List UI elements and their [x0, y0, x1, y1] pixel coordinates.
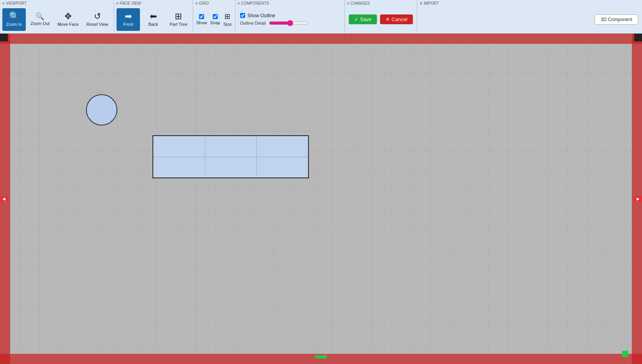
face-view-icon: ≡ [117, 1, 119, 5]
canvas-grid [0, 34, 642, 364]
part-tree-icon: ⊞ [175, 12, 182, 21]
rectangle-component[interactable] [152, 135, 309, 178]
outline-detail-slider[interactable] [269, 20, 308, 26]
show-outline-checkbox[interactable] [240, 13, 245, 18]
back-button[interactable]: ⬅ Back [142, 8, 165, 31]
show-outline-row: Show Outline [240, 13, 340, 18]
save-label: Save [360, 16, 372, 22]
changes-label: CHANGES [351, 1, 370, 5]
zoom-in-label: Zoom In [6, 22, 22, 27]
grid-size-label: Size [223, 22, 231, 27]
zoom-out-icon: 🔍 [36, 13, 44, 20]
viewport-section-title: ≡ VIEWPORT [2, 1, 27, 5]
outline-detail-label: Outline Detail [240, 21, 266, 25]
back-label: Back [149, 22, 158, 27]
part-tree-button[interactable]: ⊞ Part Tree [167, 8, 190, 31]
changes-section-title: ≡ CHANGES [347, 1, 370, 5]
viewport-icon: ≡ [2, 1, 5, 5]
components-label: COMPONENTS [241, 1, 269, 5]
grid-icon: ≡ [195, 1, 198, 5]
outline-detail-row: Outline Detail [240, 20, 340, 26]
grid-section: ≡ GRID Show Snap ⊞ Size [193, 0, 235, 33]
reset-view-label: Reset View [86, 22, 108, 27]
front-icon: ➡ [125, 12, 132, 21]
components-icon: ≡ [238, 1, 240, 5]
import-section-title: ⬇ IMPORT [420, 1, 439, 5]
cancel-button[interactable]: ✕ Cancel [380, 14, 412, 24]
grid-show-checkbox[interactable] [199, 14, 204, 19]
zoom-in-icon: 🔍 [9, 12, 20, 21]
show-outline-label: Show Outline [247, 13, 275, 18]
move-face-button[interactable]: ✥ Move Face [54, 8, 82, 31]
save-button[interactable]: ✓ Save [349, 14, 377, 24]
face-view-section-title: ≡ FACE VIEW [117, 1, 141, 5]
cancel-label: Cancel [391, 16, 407, 22]
grid-section-title: ≡ GRID [195, 1, 209, 5]
reset-view-icon: ↺ [94, 12, 101, 21]
red-border-top [0, 34, 642, 44]
save-checkmark-icon: ✓ [354, 16, 359, 22]
zoom-in-button[interactable]: 🔍 Zoom In [2, 8, 26, 31]
grid-snap-checkbox[interactable] [213, 14, 218, 19]
circle-component[interactable] [86, 94, 117, 126]
move-face-icon: ✥ [65, 12, 72, 21]
changes-section: ≡ CHANGES ✓ Save ✕ Cancel [345, 0, 417, 33]
import-label: IMPORT [424, 1, 439, 5]
import-section: ⬇ IMPORT 3D Component [417, 0, 642, 33]
zoom-out-label: Zoom Out [30, 21, 50, 26]
import-icon: ⬇ [420, 1, 423, 5]
corner-handle-tr[interactable] [634, 34, 642, 41]
back-icon: ⬅ [150, 12, 157, 21]
grid-show-item: Show [196, 14, 207, 25]
zoom-out-button[interactable]: 🔍 Zoom Out [27, 8, 53, 31]
cancel-x-icon: ✕ [386, 16, 390, 22]
grid-snap-item: Snap [210, 14, 221, 25]
svg-rect-0 [0, 34, 642, 364]
drag-handle-bottom[interactable] [315, 355, 327, 359]
move-face-label: Move Face [57, 22, 79, 27]
edge-handle-left[interactable]: ◀ [0, 196, 8, 202]
3d-component-button[interactable]: 3D Component [595, 14, 638, 25]
viewport-section: ≡ VIEWPORT 🔍 Zoom In 🔍 Zoom Out ✥ Move F… [0, 0, 114, 33]
components-section-title: ≡ COMPONENTS [238, 1, 269, 5]
rect-inner-line-h [153, 157, 308, 157]
green-corner-marker[interactable] [622, 351, 628, 357]
edge-handle-right[interactable]: ▶ [634, 196, 642, 202]
face-view-label: FACE VIEW [120, 1, 141, 5]
3d-component-label: 3D Component [601, 17, 632, 22]
grid-label: GRID [199, 1, 209, 5]
grid-show-label: Show [196, 20, 207, 25]
front-button[interactable]: ➡ Front [117, 8, 140, 31]
viewport-label: VIEWPORT [6, 1, 27, 5]
toolbar: ≡ VIEWPORT 🔍 Zoom In 🔍 Zoom Out ✥ Move F… [0, 0, 642, 34]
grid-size-item: ⊞ Size [223, 12, 231, 27]
components-body: Show Outline Outline Detail [240, 13, 340, 26]
front-label: Front [123, 22, 133, 27]
face-view-section: ≡ FACE VIEW ➡ Front ⬅ Back ⊞ Part Tree [114, 0, 193, 33]
corner-handle-tl[interactable] [0, 34, 8, 41]
canvas-area: ◀ ▶ [0, 34, 642, 364]
part-tree-label: Part Tree [170, 22, 187, 27]
changes-icon: ≡ [347, 1, 350, 5]
reset-view-button[interactable]: ↺ Reset View [83, 8, 111, 31]
grid-size-icon: ⊞ [224, 12, 230, 21]
components-section: ≡ COMPONENTS Show Outline Outline Detail [235, 0, 345, 33]
grid-snap-label: Snap [210, 20, 221, 25]
